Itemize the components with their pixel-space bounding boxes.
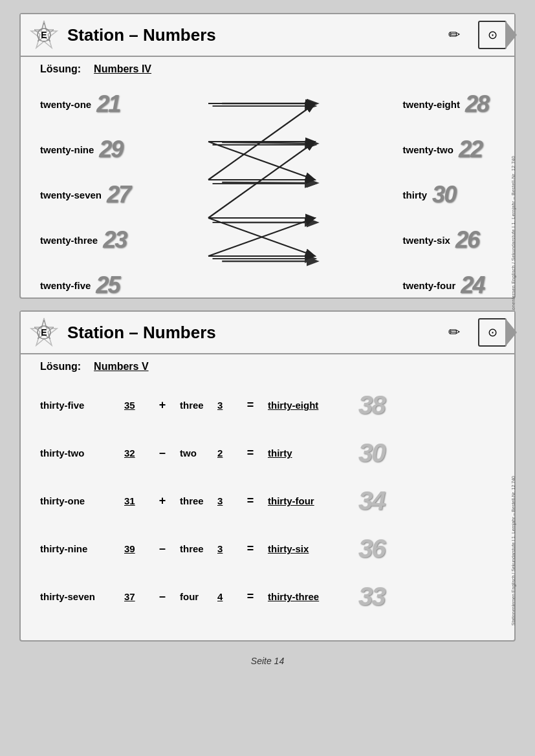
svg-line-24 [208,218,315,256]
losung-value-2: Numbers V [94,361,148,373]
match-num: 25 [96,272,119,299]
match-word: twenty-four [403,280,456,291]
eq-word: thirty-nine [40,543,124,554]
match-num: 28 [465,91,488,118]
list-item: twenty-two 22 [403,136,488,163]
card-1-sidebar: Stationenlernen Englisch / Sekundarstufe… [511,156,516,320]
eq-operand-word: three [180,400,217,411]
match-word: twenty-eight [403,99,460,110]
eq-row: thirty-one 31 + three 3 = thirty-four 34 [40,477,495,525]
svg-line-20 [208,103,315,180]
card-2-header: E Station – Numbers ✏ ⊙ [21,312,514,354]
eq-operand-num: 3 [217,400,233,411]
match-word: twenty-two [403,144,453,155]
eq-num: 37 [124,591,145,602]
eq-equals: = [241,590,260,603]
eq-equals: = [241,494,260,508]
eq-num: 39 [124,543,145,554]
losung-row-2: Lösung: Numbers V [21,354,514,375]
eq-result-num: 33 [358,582,385,611]
match-num: 24 [461,272,484,299]
match-num: 30 [432,181,455,208]
target-badge-2: ⊙ [478,318,507,347]
list-item: twenty-three 23 [40,226,130,254]
left-column: twenty-one 21 twenty-nine 29 twenty-seve… [34,84,130,278]
match-num: 23 [103,226,126,254]
list-item: twenty-five 25 [40,272,130,299]
list-item: twenty-eight 28 [403,91,488,118]
eq-op: + [153,398,172,412]
station-badge-2: E [28,317,60,348]
eq-result-num: 38 [358,391,385,420]
svg-line-23 [208,218,315,256]
right-column: twenty-eight 28 twenty-two 22 thirty 30 … [403,84,501,278]
match-word: twenty-six [403,235,450,246]
equations-area: thirty-five 35 + three 3 = thirty-eight … [21,375,514,627]
eq-op: – [153,542,172,556]
losung-label-2: Lösung: [40,361,81,373]
list-item: thirty 30 [403,181,488,208]
list-item: twenty-one 21 [40,91,130,118]
losung-value-1: Numbers IV [94,63,151,75]
station-badge: E [28,19,60,50]
eq-op: – [153,590,172,603]
badge-e-label: E [41,30,47,40]
eq-result-word: thirty [268,448,352,459]
matching-area: twenty-one 21 twenty-nine 29 twenty-seve… [21,78,514,285]
card-1-header-right: ✏ ⊙ [448,21,507,49]
match-word: twenty-three [40,235,98,246]
eq-op: + [153,494,172,508]
eq-equals: = [241,398,260,412]
match-word: twenty-five [40,280,91,291]
eq-num: 31 [124,495,145,506]
eq-equals: = [241,446,260,460]
match-num: 29 [99,136,122,163]
match-word: thirty [403,189,428,200]
match-word: twenty-seven [40,189,102,200]
page-number: Seite 14 [251,656,284,666]
card-2: E Station – Numbers ✏ ⊙ Lösung: Numbers … [19,310,516,642]
eq-operand-word: three [180,495,217,506]
eq-equals: = [241,542,260,556]
eq-word: thirty-five [40,400,124,411]
eq-operand-num: 2 [217,448,233,459]
svg-line-4 [222,142,316,144]
list-item: twenty-seven 27 [40,181,130,208]
eq-operand-num: 3 [217,543,233,554]
eq-word: thirty-one [40,495,124,506]
eq-result-num: 34 [358,486,385,515]
eq-word: thirty-two [40,448,124,459]
eq-result-word: thirty-four [268,495,352,506]
card-2-header-right: ✏ ⊙ [448,318,507,347]
list-item: twenty-six 26 [403,226,488,254]
eq-op: – [153,446,172,460]
eq-result-word: thirty-eight [268,400,352,411]
eq-result-word: thirty-three [268,591,352,602]
pencil-icon-2: ✏ [448,324,460,341]
eq-num: 32 [124,448,145,459]
card-2-sidebar: Stationenlernen Englisch / Sekundarstufe… [511,476,516,625]
match-num: 22 [459,136,482,163]
card-1-title: Station – Numbers [67,25,441,45]
losung-label-1: Lösung: [40,63,81,75]
pencil-icon: ✏ [448,27,460,43]
card-1: E Station – Numbers ✏ ⊙ Lösung: Numbers … [19,13,516,299]
eq-result-num: 30 [358,438,385,468]
match-num: 27 [107,181,130,208]
match-num: 21 [96,91,120,118]
eq-result-word: thirty-six [268,543,352,554]
list-item: twenty-nine 29 [40,136,130,163]
eq-row: thirty-five 35 + three 3 = thirty-eight … [40,382,495,429]
eq-num: 35 [124,400,145,411]
list-item: twenty-four 24 [403,272,488,299]
eq-word: thirty-seven [40,591,124,602]
target-badge: ⊙ [478,21,507,49]
eq-operand-word: two [180,448,217,459]
eq-row: thirty-two 32 – two 2 = thirty 30 [40,429,495,477]
eq-row: thirty-seven 37 – four 4 = thirty-three … [40,573,495,621]
eq-operand-word: four [180,591,217,602]
eq-operand-num: 3 [217,495,233,506]
losung-row-1: Lösung: Numbers IV [21,57,514,78]
match-word: twenty-one [40,99,91,110]
eq-operand-word: three [180,543,217,554]
